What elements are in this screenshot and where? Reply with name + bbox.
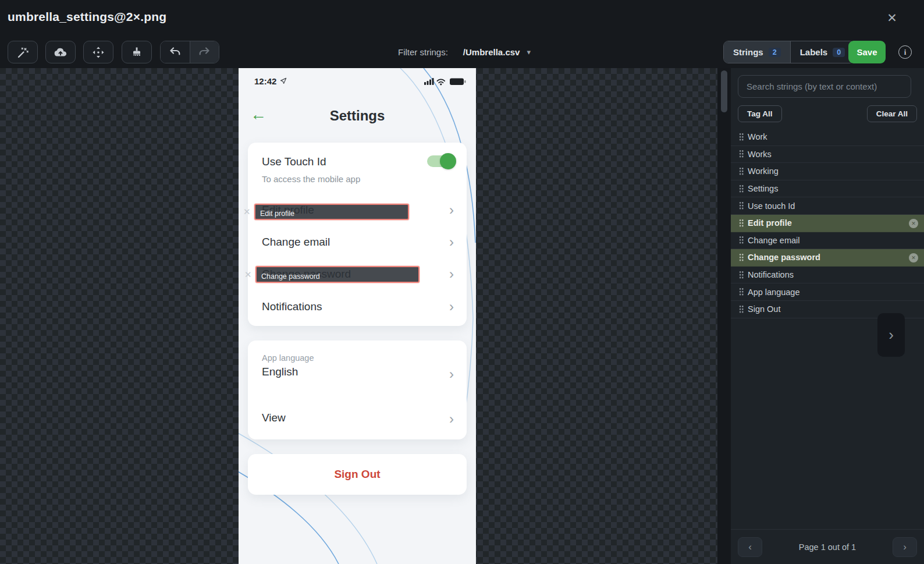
drag-handle-icon[interactable]: [739, 253, 744, 262]
signout-card: Sign Out: [248, 454, 467, 495]
chevron-right-icon: ›: [449, 299, 454, 315]
drag-handle-icon[interactable]: [739, 185, 744, 193]
strings-count-badge: 2: [769, 48, 781, 57]
cloud-upload-icon: [53, 45, 68, 59]
search-input[interactable]: [738, 75, 911, 98]
pagination: Page 1 out of 1 ‹ ›: [731, 529, 924, 564]
undo-redo-group: [160, 41, 219, 63]
string-list-item[interactable]: Edit profile✕: [731, 215, 924, 232]
filter-value: /Umbrella.csv: [463, 47, 520, 57]
close-icon[interactable]: ✕: [883, 9, 901, 27]
string-list-item[interactable]: Works: [731, 146, 924, 164]
tab-labels-label: Labels: [800, 47, 828, 57]
save-button[interactable]: Save: [848, 41, 886, 63]
drag-handle-icon[interactable]: [739, 201, 744, 210]
window-titlebar: umbrella_settings@2×.png ✕: [0, 0, 924, 36]
remove-tag-icon[interactable]: ✕: [244, 270, 252, 279]
touch-id-card: Use Touch Id To access the mobile app Ed…: [248, 143, 467, 326]
redo-icon: [198, 45, 211, 59]
filter-file-dropdown[interactable]: /Umbrella.csv ▾: [463, 47, 531, 57]
signout-label: Sign Out: [248, 454, 467, 495]
signal-icon: [424, 78, 434, 85]
phone-page-title: Settings: [239, 108, 476, 124]
status-bar-icons: [424, 77, 466, 88]
tag-all-button[interactable]: Tag All: [738, 105, 782, 122]
undo-icon: [169, 45, 182, 59]
toolbar: Filter strings: /Umbrella.csv ▾ Strings …: [0, 36, 924, 68]
chevron-right-icon: ›: [449, 266, 454, 282]
string-label: Works: [748, 150, 772, 159]
phone-row-change-email: Change email ›: [248, 233, 467, 251]
string-label: Change email: [748, 236, 799, 245]
mode-tabs: Strings 2 Labels 0: [723, 41, 855, 63]
filter-strings: Filter strings: /Umbrella.csv ▾: [398, 36, 531, 68]
canvas-scrollbar: [717, 68, 731, 564]
string-list-item[interactable]: Work: [731, 129, 924, 146]
string-list-item[interactable]: Notifications: [731, 267, 924, 284]
language-card: App language English › View ›: [248, 340, 467, 439]
remove-tag-icon[interactable]: ✕: [243, 207, 251, 216]
scrollbar-thumb[interactable]: [721, 70, 727, 112]
untag-icon[interactable]: ✕: [909, 219, 918, 228]
page-prev-button[interactable]: ‹: [738, 537, 762, 557]
touch-id-toggle: [427, 155, 454, 168]
upload-button[interactable]: [45, 41, 76, 63]
string-list-item[interactable]: Settings: [731, 180, 924, 198]
app-language-value: English: [262, 366, 298, 378]
magic-wand-icon: [16, 45, 30, 59]
info-icon[interactable]: i: [898, 45, 912, 59]
string-label: Settings: [748, 184, 778, 193]
tag-overlay-edit-profile[interactable]: Edit profile: [254, 204, 409, 220]
string-label: App language: [748, 288, 800, 297]
clear-all-button[interactable]: Clear All: [867, 105, 917, 122]
redo-button[interactable]: [190, 41, 219, 63]
phone-screenshot: 12:42: [239, 68, 476, 564]
drag-handle-icon[interactable]: [739, 305, 744, 314]
filter-label: Filter strings:: [398, 47, 448, 57]
window-title: umbrella_settings@2×.png: [8, 10, 166, 24]
page-next-button[interactable]: ›: [893, 537, 917, 557]
touch-id-title: Use Touch Id: [262, 155, 326, 168]
labels-count-badge: 0: [833, 48, 845, 57]
battery-icon: [450, 79, 465, 86]
chevron-right-icon: ›: [449, 366, 454, 382]
tab-labels[interactable]: Labels 0: [790, 41, 854, 63]
tab-strings[interactable]: Strings 2: [724, 41, 790, 63]
undo-button[interactable]: [161, 41, 190, 63]
string-label: Edit profile: [748, 218, 792, 228]
sidebar-collapse-button[interactable]: ›: [877, 313, 905, 357]
chevron-right-icon: ›: [449, 411, 454, 427]
string-list-item[interactable]: Use touch Id: [731, 197, 924, 215]
string-label: Notifications: [748, 270, 794, 279]
untag-icon[interactable]: ✕: [909, 253, 918, 263]
drag-handle-icon[interactable]: [739, 219, 744, 228]
chevron-right-icon: ›: [449, 202, 454, 218]
app-window: umbrella_settings@2×.png ✕: [0, 0, 924, 564]
string-list: WorkWorksWorkingSettingsUse touch IdEdit…: [731, 129, 924, 318]
touch-id-subtitle: To access the mobile app: [262, 174, 360, 184]
tab-strings-label: Strings: [733, 47, 763, 57]
drag-handle-icon[interactable]: [739, 167, 744, 176]
clear-tool-button[interactable]: [122, 41, 152, 63]
location-arrow-icon: [280, 76, 287, 86]
string-list-item[interactable]: Working: [731, 163, 924, 180]
string-list-item[interactable]: App language: [731, 283, 924, 301]
move-icon: [91, 45, 105, 59]
drag-handle-icon[interactable]: [739, 288, 744, 296]
brush-icon: [130, 45, 144, 59]
drag-handle-icon[interactable]: [739, 271, 744, 279]
string-label: Use touch Id: [748, 201, 795, 211]
string-list-item[interactable]: Change password✕: [731, 249, 924, 267]
drag-handle-icon[interactable]: [739, 236, 744, 244]
drag-handle-icon[interactable]: [739, 150, 744, 158]
auto-tag-button[interactable]: [8, 41, 38, 63]
tag-overlay-change-password[interactable]: Change password: [255, 266, 420, 283]
string-label: Work: [748, 132, 767, 141]
tag-overlay-label: Edit profile: [260, 210, 294, 218]
status-bar-time: 12:42: [254, 76, 287, 86]
drag-handle-icon[interactable]: [739, 133, 744, 141]
caret-down-icon: ▾: [527, 48, 531, 56]
string-list-item[interactable]: Change email: [731, 232, 924, 250]
move-tool-button[interactable]: [83, 41, 113, 63]
chevron-right-icon: ›: [449, 234, 454, 250]
